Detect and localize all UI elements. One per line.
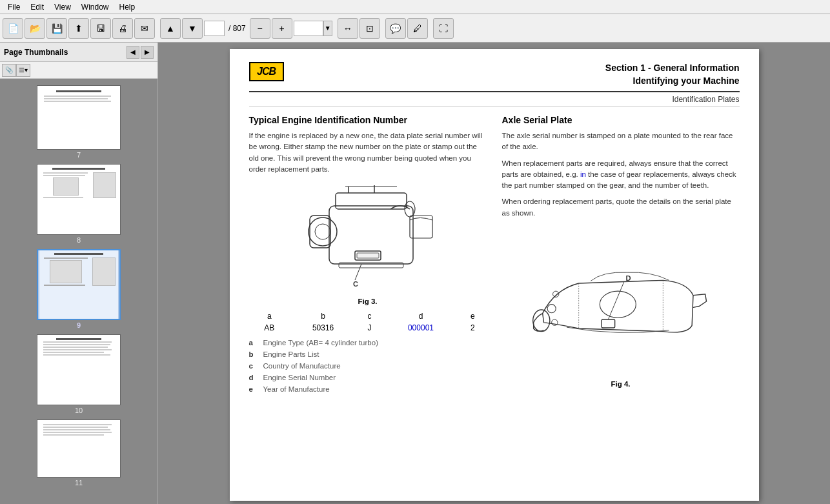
svg-point-24 [547,305,556,313]
svg-point-4 [315,224,330,239]
col-d-header: d [383,310,459,322]
print-button[interactable]: 🖨 [112,18,133,39]
thumb-label-7: 7 [77,151,81,159]
col-e-header: e [459,310,486,322]
sidebar-nav-left[interactable]: ◀ [127,46,139,59]
two-column-layout: Typical Engine Identification Number If … [249,115,740,397]
fit-page-button[interactable]: ⊡ [359,18,380,39]
menu-help[interactable]: Help [114,1,141,13]
prev-page-button[interactable]: ▲ [160,18,181,39]
sidebar-nav-right[interactable]: ▶ [141,46,154,59]
page-total: / 807 [226,24,248,33]
menu-view[interactable]: View [49,1,76,13]
sidebar-header: Page Thumbnails ◀ ▶ [0,43,157,62]
zoom-out-button[interactable]: − [250,18,270,39]
axle-svg: D [531,224,711,379]
zoom-dropdown-arrow[interactable]: ▼ [323,21,332,36]
menu-edit[interactable]: Edit [25,1,49,13]
thumbnail-page-7[interactable]: 7 [37,85,121,159]
zoom-input[interactable]: 100% [294,21,323,36]
sidebar-attach-button[interactable]: 📎 [2,64,16,77]
legend-list: a Engine Type (AB= 4 cylinder turbo) b E… [249,339,487,393]
zoom-wrap: 100% ▼ [294,21,332,36]
engine-svg: C [290,180,445,296]
left-column: Typical Engine Identification Number If … [249,115,487,397]
svg-point-3 [309,217,337,246]
main-area: Page Thumbnails ◀ ▶ 📎 ☰▾ [0,43,830,504]
legend-key-e: e [249,385,258,393]
legend-key-b: b [249,350,258,358]
menu-file[interactable]: File [3,1,25,13]
save-button[interactable]: 💾 [46,18,67,39]
open-button[interactable]: 📂 [25,18,45,39]
id-table: a b c d e AB 50316 J 000001 2 [249,310,487,334]
right-para3: When ordering replacement parts, quote t… [502,196,740,219]
fig4-label: Fig 4. [611,380,630,388]
jcb-logo: JCB [249,62,284,81]
thumbnail-page-8[interactable]: 8 [37,164,121,244]
right-para1: The axle serial number is stamped on a p… [502,130,740,153]
highlight-in: in [580,170,586,178]
legend-key-d: d [249,374,258,381]
menu-bar: File Edit View Window Help [0,0,830,14]
thumbnails-panel[interactable]: 7 [0,79,157,504]
highlight-button[interactable]: 🖊 [407,18,428,39]
thumbnail-page-9[interactable]: 9 [37,249,121,329]
val-e: 2 [459,322,486,334]
menu-window[interactable]: Window [76,1,114,13]
svg-line-20 [608,282,623,319]
sidebar-options-button[interactable]: ☰▾ [16,64,30,77]
fit-width-button[interactable]: ↔ [338,18,358,39]
legend-key-c: c [249,362,258,370]
email-button[interactable]: ✉ [134,18,155,39]
new-button[interactable]: 📄 [3,18,23,39]
thumb-label-10: 10 [75,407,83,414]
sidebar-title: Page Thumbnails [4,48,127,57]
comment-button[interactable]: 💬 [385,18,406,39]
svg-rect-17 [602,319,615,328]
thumbnail-page-11[interactable]: 11 [37,419,121,487]
next-page-button[interactable]: ▼ [182,18,203,39]
legend-item-e: e Year of Manufacture [249,385,487,393]
thumb-label-8: 8 [77,236,81,244]
engine-diagram: C [290,180,445,296]
right-heading: Axle Serial Plate [502,115,740,125]
legend-item-a: a Engine Type (AB= 4 cylinder turbo) [249,339,487,347]
legend-key-a: a [249,339,258,347]
col-c-header: c [356,310,383,322]
legend-item-c: c Country of Manufacture [249,362,487,370]
svg-point-16 [600,291,636,318]
engine-diagram-container: C [249,180,487,305]
fullscreen-button[interactable]: ⛶ [433,18,454,39]
axle-diagram-container: D Fig 4 [502,224,740,388]
upload-button[interactable]: ⬆ [68,18,89,39]
legend-val-e: Year of Manufacture [263,385,330,393]
sidebar: Page Thumbnails ◀ ▶ 📎 ☰▾ [0,43,158,504]
svg-line-7 [355,264,361,280]
fig3-label: Fig 3. [358,297,377,305]
legend-val-a: Engine Type (AB= 4 cylinder turbo) [263,339,378,347]
content-area[interactable]: JCB Section 1 - General Information Iden… [158,43,830,504]
val-b: 50316 [290,322,356,334]
page-number-input[interactable]: 9 [204,21,225,36]
val-d: 000001 [383,322,459,334]
legend-val-d: Engine Serial Number [263,374,336,381]
right-para2: When replacement parts are required, alw… [502,158,740,192]
right-column: Axle Serial Plate The axle serial number… [502,115,740,397]
svg-rect-14 [339,263,403,268]
legend-val-b: Engine Parts List [263,350,319,358]
val-c: J [356,322,383,334]
svg-rect-6 [357,253,379,258]
thumbnail-page-10[interactable]: 10 [37,334,121,414]
save-disk-button[interactable]: 🖫 [90,18,111,39]
legend-val-c: Country of Manufacture [263,362,341,370]
id-plates-line: Identification Plates [249,95,740,107]
zoom-in-button[interactable]: + [272,18,292,39]
axle-diagram: D [531,224,711,379]
svg-point-15 [532,310,549,332]
sidebar-tools: 📎 ☰▾ [0,62,157,79]
toolbar: 📄 📂 💾 ⬆ 🖫 🖨 ✉ ▲ ▼ 9 / 807 − + 100% ▼ ↔ ⊡… [0,14,830,43]
svg-point-18 [551,319,557,325]
legend-item-d: d Engine Serial Number [249,374,487,381]
svg-text:D: D [625,274,631,282]
